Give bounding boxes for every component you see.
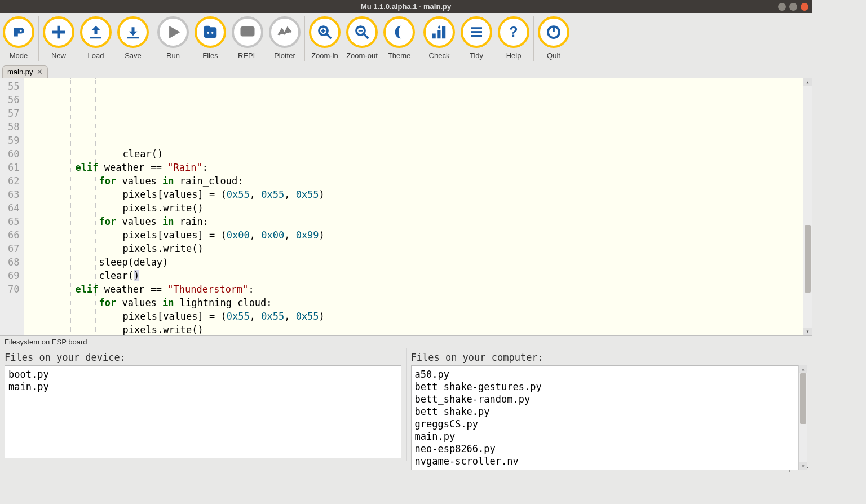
code-line[interactable]: elif weather == "Thunderstorm": [28, 282, 803, 296]
list-item[interactable]: boot.py [8, 368, 397, 381]
scroll-up-icon[interactable]: ▴ [799, 365, 807, 373]
code-line[interactable]: pixels.write() [28, 201, 803, 215]
code-line[interactable]: pixels[values] = (0x55, 0x55, 0x55) [28, 310, 803, 323]
scroll-thumb[interactable] [800, 373, 806, 424]
line-number: 58 [8, 120, 19, 134]
svg-line-13 [364, 34, 369, 39]
tab-close-icon[interactable]: ✕ [37, 68, 43, 76]
svg-rect-17 [471, 35, 482, 37]
line-number: 64 [8, 201, 19, 215]
line-gutter: 55565758596061626364656667686970 [0, 78, 24, 335]
load-button[interactable]: Load [77, 15, 114, 60]
code-line[interactable]: pixels.write() [28, 323, 803, 335]
editor-scrollbar[interactable]: ▴ ▾ [803, 78, 812, 335]
code-line[interactable]: pixels[values] = (0x00, 0x00, 0x99) [28, 228, 803, 242]
zoom-out-button[interactable]: Zoom-out [343, 15, 381, 60]
toolbar-separator [419, 16, 419, 61]
toolbar-label: REPL [238, 51, 257, 60]
repl-button[interactable]: REPL [229, 15, 266, 60]
save-button[interactable]: Save [114, 15, 152, 60]
theme-button[interactable]: Theme [381, 15, 418, 60]
quit-icon [538, 16, 569, 48]
repl-icon [232, 16, 263, 48]
svg-text:?: ? [509, 24, 518, 39]
toolbar-label: Files [202, 51, 218, 60]
toolbar-label: Zoom-out [346, 51, 378, 60]
code-line[interactable]: clear() [28, 269, 803, 282]
toolbar-label: Save [125, 51, 142, 60]
toolbar-label: Mode [10, 51, 28, 60]
toolbar-separator [533, 16, 534, 61]
code-line[interactable]: clear() [28, 147, 803, 161]
code-line[interactable]: elif weather == "Rain": [28, 161, 803, 174]
scroll-thumb[interactable] [805, 225, 811, 293]
toolbar-separator [304, 16, 305, 61]
code-line[interactable]: for values in lightning_cloud: [28, 296, 803, 310]
run-button[interactable]: Run [154, 15, 192, 60]
toolbar-label: Tidy [470, 51, 483, 60]
computer-files-list[interactable]: a50.pybett_shake-gestures.pybett_shake-r… [411, 365, 799, 470]
line-number: 60 [8, 147, 19, 161]
plotter-button[interactable]: Plotter [266, 15, 303, 60]
code-area[interactable]: clear()elif weather == "Rain":for values… [24, 78, 803, 335]
svg-point-2 [211, 32, 214, 34]
scroll-down-icon[interactable]: ▾ [799, 462, 807, 470]
tab-strip: main.py ✕ [0, 65, 812, 78]
line-number: 55 [8, 79, 19, 93]
scroll-up-icon[interactable]: ▴ [803, 78, 812, 86]
files-button[interactable]: Files [192, 15, 229, 60]
svg-rect-5 [245, 29, 246, 31]
code-editor[interactable]: 55565758596061626364656667686970 clear()… [0, 78, 812, 335]
line-number: 59 [8, 134, 19, 147]
toolbar-label: Help [506, 51, 522, 60]
maximize-button[interactable] [789, 3, 797, 11]
list-item[interactable]: bett_shake-random.py [415, 393, 795, 405]
code-line[interactable]: for values in rain: [28, 215, 803, 228]
svg-point-1 [207, 32, 210, 34]
svg-rect-15 [471, 28, 482, 30]
close-button[interactable] [801, 3, 808, 11]
tidy-button[interactable]: Tidy [458, 15, 495, 60]
quit-button[interactable]: Quit [535, 15, 572, 60]
code-line[interactable]: pixels.write() [28, 242, 803, 255]
tab-label: main.py [7, 68, 33, 76]
code-line[interactable]: for values in rain_cloud: [28, 174, 803, 188]
list-item[interactable]: neo-esp8266.py [415, 443, 795, 455]
list-item[interactable]: main.py [415, 430, 795, 443]
check-button[interactable]: Check [421, 15, 458, 60]
list-item[interactable]: a50.py [415, 368, 795, 381]
list-item[interactable]: main.py [8, 381, 397, 393]
tab-main-py[interactable]: main.py ✕ [2, 65, 48, 78]
plotter-icon [269, 16, 301, 48]
line-number: 68 [8, 255, 19, 269]
line-number: 56 [8, 93, 19, 107]
new-button[interactable]: New [40, 15, 77, 60]
svg-line-9 [327, 34, 332, 39]
zoom-in-button[interactable]: Zoom-in [306, 15, 343, 60]
device-files-heading: Files on your device: [5, 352, 401, 365]
help-button[interactable]: ?Help [495, 15, 532, 60]
svg-rect-16 [471, 31, 482, 33]
computer-files-scrollbar[interactable]: ▴ ▾ [798, 365, 807, 470]
list-item[interactable]: bett_shake.py [415, 405, 795, 418]
scroll-down-icon[interactable]: ▾ [803, 328, 812, 335]
list-item[interactable]: bett_shake-gestures.py [415, 381, 795, 393]
code-line[interactable]: pixels[values] = (0x55, 0x55, 0x55) [28, 188, 803, 201]
list-item[interactable]: nvgame-scroller.nv [415, 455, 795, 467]
toolbar-label: Run [166, 51, 180, 60]
minimize-button[interactable] [778, 3, 786, 11]
line-number: 69 [8, 269, 19, 282]
svg-rect-6 [247, 29, 249, 31]
plus-icon [43, 16, 74, 48]
window-title: Mu 1.1.0.alpha.1 - main.py [361, 2, 451, 11]
list-item[interactable]: greggsCS.py [415, 418, 795, 430]
code-line[interactable]: sleep(delay) [28, 255, 803, 269]
line-number: 57 [8, 107, 19, 120]
filesystem-panel: Files on your device: boot.pymain.py Fil… [0, 348, 812, 461]
mode-button[interactable]: Mode [0, 15, 37, 60]
device-files-list[interactable]: boot.pymain.py [5, 365, 401, 458]
svg-rect-7 [244, 32, 251, 34]
toolbar-label: Theme [388, 51, 410, 60]
toolbar-label: Load [88, 51, 104, 60]
titlebar: Mu 1.1.0.alpha.1 - main.py [0, 0, 812, 13]
